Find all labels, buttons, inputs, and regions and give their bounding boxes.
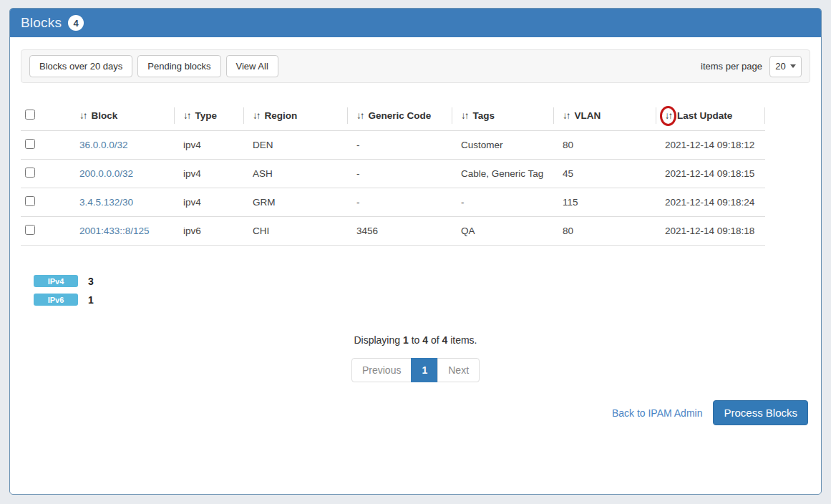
type-summary: IPv4 3 IPv6 1 xyxy=(34,275,821,306)
cell-tags: Customer xyxy=(452,131,554,160)
row-checkbox[interactable] xyxy=(25,225,35,235)
column-header-block[interactable]: ↓↑Block xyxy=(71,101,175,131)
cell-tags: Cable, Generic Tag xyxy=(452,160,554,188)
cell-generic-code: - xyxy=(348,188,452,217)
cell-region: DEN xyxy=(244,131,348,160)
process-blocks-button[interactable]: Process Blocks xyxy=(713,400,808,425)
blocks-table: ↓↑Block ↓↑Type ↓↑Region ↓↑Generic Code ↓… xyxy=(21,101,765,246)
cell-vlan: 45 xyxy=(554,160,656,188)
toolbar: Blocks over 20 days Pending blocks View … xyxy=(21,49,810,83)
chevron-down-icon xyxy=(790,64,796,68)
view-all-button[interactable]: View All xyxy=(226,55,278,77)
column-label: VLAN xyxy=(575,110,601,121)
block-link[interactable]: 2001:433::8/125 xyxy=(79,226,150,236)
cell-last-update: 2021-12-14 09:18:12 xyxy=(656,131,765,160)
status-text: items. xyxy=(447,334,477,346)
cell-type: ipv4 xyxy=(175,131,244,160)
table-header-row: ↓↑Block ↓↑Type ↓↑Region ↓↑Generic Code ↓… xyxy=(21,101,765,131)
cell-type: ipv4 xyxy=(175,160,244,188)
back-to-ipam-admin-link[interactable]: Back to IPAM Admin xyxy=(612,407,703,419)
select-all-header xyxy=(21,101,71,131)
status-text: to xyxy=(409,334,422,346)
row-checkbox[interactable] xyxy=(25,139,35,149)
sort-icon[interactable]: ↓↑ xyxy=(253,110,260,121)
cell-last-update: 2021-12-14 09:18:18 xyxy=(656,217,765,246)
panel-header: Blocks 4 xyxy=(10,9,821,37)
sort-icon[interactable]: ↓↑ xyxy=(563,110,570,121)
status-text: Displaying xyxy=(354,334,402,346)
table-row: 3.4.5.132/30 ipv4 GRM - - 115 2021-12-14… xyxy=(21,188,765,217)
pending-blocks-button[interactable]: Pending blocks xyxy=(137,55,220,77)
column-label: Block xyxy=(92,110,118,121)
ipv4-badge: IPv4 xyxy=(34,275,78,287)
pagination: Previous 1 Next xyxy=(10,358,821,382)
ipv6-count: 1 xyxy=(88,294,94,306)
select-all-checkbox[interactable] xyxy=(25,110,35,120)
column-label: Generic Code xyxy=(369,110,432,121)
cell-last-update: 2021-12-14 09:18:15 xyxy=(656,160,765,188)
items-per-page-select[interactable]: 20 xyxy=(769,56,802,77)
sort-icon[interactable]: ↓↑ xyxy=(356,110,364,121)
cell-vlan: 80 xyxy=(554,217,656,246)
table-row: 2001:433::8/125 ipv6 CHI 3456 QA 80 2021… xyxy=(21,217,765,246)
status-to: 4 xyxy=(422,334,428,346)
blocks-panel: Blocks 4 Blocks over 20 days Pending blo… xyxy=(9,8,822,495)
summary-row-ipv4: IPv4 3 xyxy=(34,275,821,287)
block-link[interactable]: 36.0.0.0/32 xyxy=(79,140,128,150)
footer-actions: Back to IPAM Admin Process Blocks xyxy=(10,400,821,425)
cell-vlan: 80 xyxy=(554,131,656,160)
sort-icon[interactable]: ↓↑ xyxy=(183,110,190,121)
items-per-page: items per page 20 xyxy=(701,56,802,77)
pagination-next[interactable]: Next xyxy=(437,358,480,382)
blocks-count-badge: 4 xyxy=(68,15,84,31)
column-header-vlan[interactable]: ↓↑VLAN xyxy=(554,101,656,131)
cell-generic-code: - xyxy=(348,160,452,188)
column-label: Type xyxy=(195,110,218,121)
sort-icon[interactable]: ↓↑ xyxy=(461,110,468,121)
status-text: of xyxy=(428,334,442,346)
page-title: Blocks xyxy=(21,15,62,31)
column-label: Tags xyxy=(473,110,495,121)
annotation-red-circle: ↓↑ xyxy=(660,106,676,126)
table-row: 200.0.0.0/32 ipv4 ASH - Cable, Generic T… xyxy=(21,160,765,188)
column-label: Last Update xyxy=(677,110,732,121)
row-checkbox[interactable] xyxy=(25,196,35,206)
pagination-page-1[interactable]: 1 xyxy=(411,358,438,382)
cell-tags: QA xyxy=(452,217,554,246)
sort-icon[interactable]: ↓↑ xyxy=(79,110,87,121)
items-per-page-label: items per page xyxy=(701,61,762,72)
cell-generic-code: - xyxy=(348,131,452,160)
cell-generic-code: 3456 xyxy=(348,217,452,246)
row-checkbox[interactable] xyxy=(25,168,35,178)
block-link[interactable]: 200.0.0.0/32 xyxy=(79,168,133,179)
cell-tags: - xyxy=(452,188,554,217)
cell-last-update: 2021-12-14 09:18:24 xyxy=(656,188,765,217)
column-header-type[interactable]: ↓↑Type xyxy=(175,101,244,131)
ipv6-badge: IPv6 xyxy=(34,294,78,306)
column-header-tags[interactable]: ↓↑Tags xyxy=(452,101,554,131)
table-row: 36.0.0.0/32 ipv4 DEN - Customer 80 2021-… xyxy=(21,131,765,160)
cell-type: ipv6 xyxy=(175,217,244,246)
cell-region: GRM xyxy=(244,188,348,217)
cell-vlan: 115 xyxy=(554,188,656,217)
cell-region: ASH xyxy=(244,160,348,188)
sort-icon[interactable]: ↓↑ xyxy=(665,110,672,121)
status-from: 1 xyxy=(403,334,409,346)
block-link[interactable]: 3.4.5.132/30 xyxy=(79,197,133,208)
summary-row-ipv6: IPv6 1 xyxy=(34,294,821,306)
column-header-generic-code[interactable]: ↓↑Generic Code xyxy=(348,101,452,131)
cell-region: CHI xyxy=(244,217,348,246)
displaying-status: Displaying 1 to 4 of 4 items. xyxy=(10,334,821,346)
column-header-region[interactable]: ↓↑Region xyxy=(244,101,348,131)
ipv4-count: 3 xyxy=(88,276,94,287)
items-per-page-value: 20 xyxy=(775,61,785,72)
blocks-over-20-days-button[interactable]: Blocks over 20 days xyxy=(29,55,132,77)
column-header-last-update[interactable]: ↓↑Last Update xyxy=(656,101,765,131)
pagination-previous[interactable]: Previous xyxy=(351,358,412,382)
cell-type: ipv4 xyxy=(175,188,244,217)
column-label: Region xyxy=(265,110,298,121)
